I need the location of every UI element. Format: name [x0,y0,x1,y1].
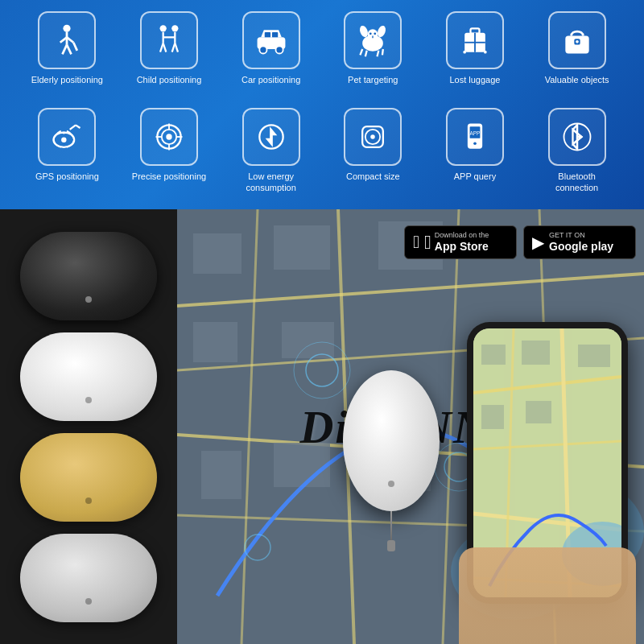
svg-text:APP: APP [470,130,481,136]
tracker-dot-black [85,296,92,303]
googleplay-text: GET IT ON Google play [549,231,613,254]
svg-point-18 [275,46,283,53]
appstore-small-text: Download on the [435,231,489,240]
svg-point-60 [473,142,477,145]
feature-energy: Low energy consumption [227,105,316,197]
child-label: Child positioning [137,74,202,85]
center-tracker [343,370,440,511]
feature-valuables: Valuable objects [533,8,621,89]
right-panel: DiCONNA   Download on the App Store ▶ … [177,209,644,644]
svg-point-0 [64,25,71,32]
pet-label: Pet targeting [348,74,398,85]
car-icon-box [242,11,300,69]
feature-luggage: Lost luggage [431,8,519,89]
svg-rect-98 [481,345,506,365]
svg-rect-99 [522,341,550,365]
svg-point-48 [166,134,171,139]
feature-compact: Compact size [328,105,417,185]
hand [459,547,636,644]
phone-with-map [451,322,644,644]
svg-line-44 [70,125,76,130]
center-tracker-oval [343,370,440,511]
bottom-section: DiCONNA   Download on the App Store ▶ … [0,209,644,644]
elderly-icon-box [38,11,96,69]
energy-icon [254,119,289,155]
app-icon: APP [457,119,493,155]
svg-line-6 [74,43,78,51]
feature-child: Child positioning [125,8,213,89]
tracker-black [20,232,157,320]
bluetooth-icon-box [548,108,606,166]
bluetooth-icon [559,119,595,155]
svg-rect-102 [526,401,551,423]
svg-line-31 [382,49,383,55]
tracker-dot-silver [85,598,92,605]
precise-label: Precise positioning [132,171,206,182]
svg-rect-36 [463,51,466,54]
energy-icon-box [242,108,300,166]
feature-precise: Precise positioning [125,105,213,185]
feature-row-2: GPS positioning Precise positioning [16,105,628,201]
feature-pet: Pet targeting [328,8,417,89]
svg-point-43 [61,137,66,142]
compact-icon-box [344,108,402,166]
svg-rect-77 [193,322,237,362]
child-icon [151,23,187,58]
svg-rect-20 [272,32,278,37]
tracker-dot-white [85,397,92,403]
svg-rect-79 [201,451,242,499]
tracker-color-panel [0,209,177,644]
svg-rect-78 [282,322,334,358]
tracker-dot-gold [85,497,92,504]
googleplay-large-text: Google play [549,240,613,254]
svg-line-28 [361,49,363,55]
app-label: APP query [454,171,496,182]
car-icon [254,23,289,58]
bag-icon [559,23,595,58]
svg-rect-33 [470,28,479,33]
target-icon [151,119,187,155]
svg-line-13 [163,43,167,52]
appstore-text: Download on the App Store [435,231,489,254]
app-icon-box: APP [446,108,504,166]
precise-icon-box [140,108,198,166]
app-badges:   Download on the App Store ▶ GET IT O… [404,225,636,259]
tracker-lanyard-clasp [387,540,395,551]
gps-icon-box [38,108,96,166]
svg-point-17 [259,46,266,53]
elderly-icon [49,23,85,58]
luggage-icon [457,23,493,58]
svg-rect-101 [481,405,504,429]
googleplay-badge[interactable]: ▶ GET IT ON Google play [523,225,636,259]
feature-app: APP APP query [431,105,519,185]
svg-rect-19 [264,32,270,37]
elderly-label: Elderly positioning [31,74,103,85]
svg-line-4 [63,45,68,55]
tracker-white [20,332,157,421]
center-tracker-dot [388,481,394,487]
tracker-silver [20,534,157,622]
tracker-lanyard-string [390,511,392,543]
svg-point-8 [171,25,178,31]
child-icon-box [140,11,198,69]
appstore-badge[interactable]:   Download on the App Store [404,225,517,259]
gps-label: GPS positioning [35,171,99,182]
feature-elderly: Elderly positioning [23,8,111,89]
svg-point-26 [374,32,377,35]
pet-icon-box [344,11,402,69]
compact-icon [355,119,390,155]
svg-point-40 [576,40,579,43]
car-label: Car positioning [242,74,300,85]
feature-gps: GPS positioning [23,105,111,185]
valuables-label: Valuable objects [545,74,609,85]
svg-point-25 [369,32,372,35]
appstore-large-text: App Store [435,240,489,254]
svg-line-5 [67,45,72,55]
feature-car: Car positioning [227,8,316,89]
compact-label: Compact size [346,171,400,182]
tracker-gold [20,433,157,522]
gps-icon [49,119,85,155]
svg-rect-75 [274,225,330,270]
bluetooth-label: Bluetooth connection [536,171,618,194]
feature-row-1: Elderly positioning Child positioning [16,8,628,105]
